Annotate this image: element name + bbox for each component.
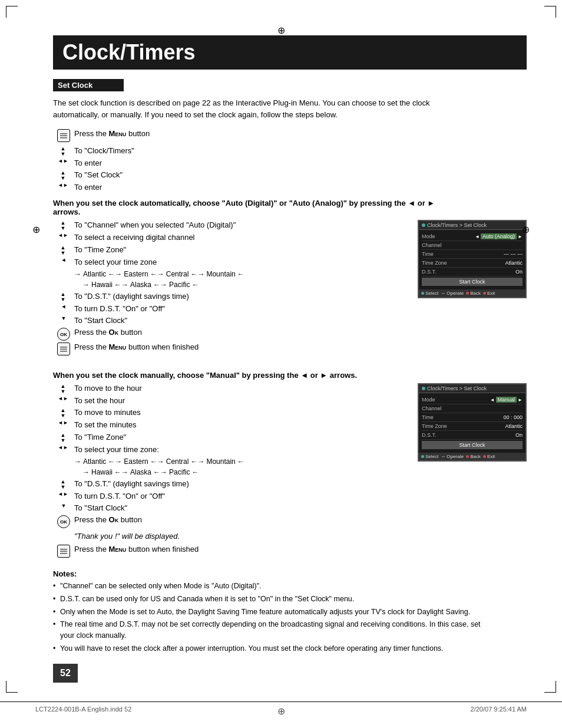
auto-text-7: To "Start Clock" (74, 315, 406, 326)
footer-dot-2 (466, 292, 469, 295)
page-number: 52 (53, 664, 78, 683)
auto-step-6: ◄ To turn D.S.T. "On" or "Off" (53, 304, 406, 314)
manual-heading: When you set the clock manually, choose … (53, 371, 454, 380)
auto-step-7: ▼ To "Start Clock" (53, 315, 406, 326)
manual-footer-back: Back (466, 454, 481, 459)
manual-menu-1 (53, 544, 74, 558)
manual-lr-1: ◄► (53, 396, 74, 401)
manual-screen-row-dst: D.S.T. On (422, 431, 523, 440)
svg-rect-5 (60, 351, 67, 352)
auto-step-2: ◄► To select a receiving digital channel (53, 232, 406, 243)
auto-ok-1: OK (53, 327, 74, 341)
svg-rect-6 (60, 549, 67, 550)
auto-step-8: OK Press the Ok button (53, 327, 406, 341)
manual-text-4: To set the minutes (74, 420, 406, 430)
manual-screen-title: Clock/Timers > Set Clock (419, 384, 525, 393)
auto-screen-row-dst: D.S.T. On (422, 268, 523, 276)
intro-text: The set clock function is described on p… (53, 97, 465, 120)
auto-text-3: To "Time Zone" (74, 245, 406, 255)
svg-rect-3 (60, 347, 67, 348)
note-3: Only when the Mode is set to Auto, the D… (53, 607, 483, 618)
auto-screen-start-clock: Start Clock (422, 278, 523, 286)
manual-lr-3: ◄► (53, 444, 74, 450)
manual-step-3: ▲▼ To move to minutes (53, 407, 406, 419)
auto-step-3: ▲▼ To "Time Zone" (53, 245, 406, 256)
auto-screen-row-time: Time --- --- --- (422, 250, 523, 259)
reg-mark-right: ⊕ (522, 224, 530, 235)
footer-back: Back (466, 291, 481, 296)
updown-icon-1: ▲ ▼ (53, 146, 74, 157)
auto-text-5: To "D.S.T." (daylight savings time) (74, 291, 406, 302)
svg-rect-0 (60, 133, 67, 134)
auto-text-2: To select a receiving digital channel (74, 232, 406, 243)
lr-icon-1: ◄ ► (53, 158, 74, 164)
menu-icon (57, 129, 70, 142)
thank-you-text: "Thank you !" will be displayed. (74, 532, 406, 541)
ok-icon: OK (57, 328, 70, 341)
manual-down-1: ▼ (53, 503, 74, 509)
auto-screen-title: Clock/Timers > Set Clock (419, 221, 525, 230)
screen-dot-2 (422, 387, 425, 390)
footer-select: Select (421, 291, 438, 296)
auto-text-6: To turn D.S.T. "On" or "Off" (74, 304, 406, 314)
auto-text-9: Press the Menu button when finished (74, 342, 406, 353)
nav-text-4: To enter (74, 182, 527, 193)
manual-text-5: To "Time Zone" (74, 432, 406, 443)
manual-ok-1: OK (53, 515, 74, 528)
manual-final-text: Press the Menu button when finished (74, 544, 406, 555)
section-header: Set Clock (53, 79, 124, 91)
manual-screen-body: Mode ◄ Manual ► Channel Tim (419, 393, 525, 453)
manual-step-8: ◄► To turn D.S.T. "On" or "Off" (53, 491, 406, 502)
auto-timezone-sub: → Hawaii ←→ Alaska ←→ Pacific ← (82, 281, 406, 289)
manual-step-9: ▼ To "Start Clock" (53, 503, 406, 513)
manual-screen-col: Clock/Timers > Set Clock Mode ◄ Manual ► (418, 383, 527, 464)
auto-step-1: ▲▼ To "Channel" when you selected "Auto … (53, 220, 406, 231)
manual-text-8: To turn D.S.T. "On" or "Off" (74, 491, 406, 502)
manual-left-col: ▲▼ To move to the hour ◄► To set the hou… (53, 383, 406, 559)
manual-screen-start-clock: Start Clock (422, 441, 523, 449)
auto-updown-2: ▲▼ (53, 245, 74, 256)
main-content: Clock/Timers Set Clock The set clock fun… (53, 35, 527, 683)
nav-row-2: ◄ ► To enter (53, 158, 527, 169)
page-title: Clock/Timers (53, 35, 527, 70)
nav-row-1: ▲ ▼ To "Clock/Timers" (53, 146, 527, 157)
crop-mark-tl (6, 6, 18, 18)
manual-text-2: To set the hour (74, 396, 406, 406)
auto-screen-col: Clock/Timers > Set Clock Mode ◄ Auto (An… (418, 220, 527, 301)
manual-step-7: ▲▼ To "D.S.T." (daylight savings time) (53, 479, 406, 490)
auto-timezone-row: → Atlantic ←→ Eastern ←→ Central ←→ Moun… (74, 270, 406, 278)
auto-screen-mockup: Clock/Timers > Set Clock Mode ◄ Auto (An… (418, 220, 527, 298)
screen-dot (422, 223, 425, 227)
manual-text-9: To "Start Clock" (74, 503, 406, 513)
auto-text-4: To select your time zone (74, 257, 406, 268)
auto-screen-row-mode: Mode ◄ Auto (Analog) ► (422, 232, 523, 241)
manual-text-10: Press the Ok button (74, 515, 406, 525)
svg-rect-2 (60, 137, 67, 139)
auto-updown-3: ▲▼ (53, 291, 74, 302)
manual-screen-row-time: Time 00 : 000 (422, 413, 523, 422)
footer-dot-3 (483, 292, 486, 295)
footer-exit: Exit (483, 291, 495, 296)
nav-text-1: To "Clock/Timers" (74, 146, 527, 156)
manual-step-5: ▲▼ To "Time Zone" (53, 432, 406, 443)
auto-step-9: Press the Menu button when finished (53, 342, 406, 355)
manual-step-6: ◄► To select your time zone: (53, 444, 406, 455)
manual-screen-row-mode: Mode ◄ Manual ► (422, 396, 523, 404)
note-1: "Channel" can be selected only when Mode… (53, 581, 483, 592)
manual-timezone-sub: → Hawaii ←→ Alaska ←→ Pacific ← (82, 468, 406, 476)
manual-final-step: Press the Menu button when finished (53, 544, 406, 558)
footer-dot-1 (421, 292, 424, 295)
manual-text-7: To "D.S.T." (daylight savings time) (74, 479, 406, 489)
manual-text-1: To move to the hour (74, 383, 406, 394)
manual-updown-1: ▲▼ (53, 383, 74, 394)
note-5: You will have to reset the clock after a… (53, 643, 483, 654)
menu-icon-cell (53, 129, 74, 142)
menu-button-row: Press the Menu button (53, 129, 527, 142)
ok-icon-2: OK (57, 515, 70, 528)
manual-step-4: ◄► To set the minutes (53, 420, 406, 430)
bottom-left-text: LCT2224-001B-A English.indd 52 (35, 706, 131, 713)
reg-mark-left: ⊕ (32, 224, 40, 235)
manual-updown-2: ▲▼ (53, 407, 74, 419)
auto-step-5: ▲▼ To "D.S.T." (daylight savings time) (53, 291, 406, 302)
nav-row-3: ▲ ▼ To "Set Clock" (53, 170, 527, 181)
